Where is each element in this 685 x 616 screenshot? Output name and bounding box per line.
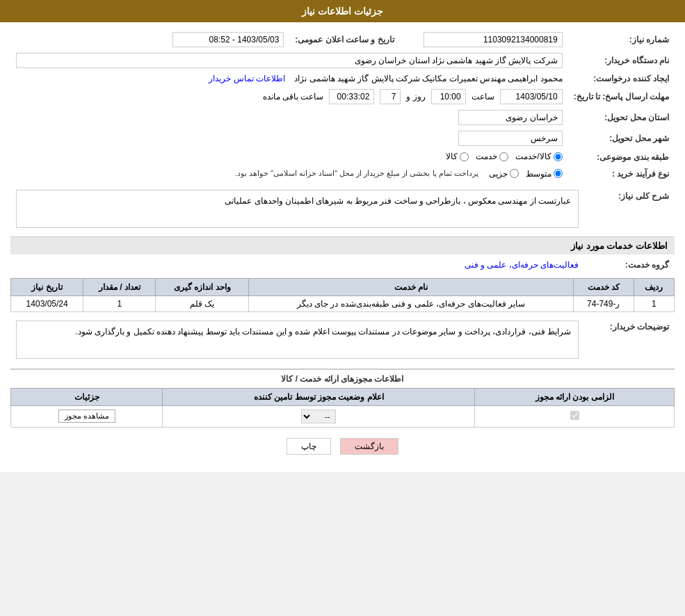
service-row-qty: 1 <box>83 295 156 311</box>
service-row-unit: یک قلم <box>156 295 248 311</box>
license-status-select[interactable]: -- <box>301 410 336 423</box>
category-radio-kala-khedmat[interactable] <box>554 152 563 161</box>
deadline-days-label: روز و <box>406 92 425 102</box>
license-section: اطلاعات مجوزهای ارائه خدمت / کالا الزامی… <box>10 368 675 428</box>
category-option-kala-khedmat: کالا/خدمت <box>515 152 562 161</box>
purchase-type-label: نوع فرآیند خرید : <box>568 166 675 181</box>
service-table-header-date: تاریخ نیاز <box>11 278 83 295</box>
need-desc-table: شرح کلی نیاز: عبارتست از مهندسی معکوس ، … <box>10 187 675 231</box>
category-option-kala: کالا <box>446 152 469 161</box>
page-title: جزئیات اطلاعات نیاز <box>0 0 685 22</box>
purchase-type-option-mutawasit: متوسط <box>526 169 563 179</box>
back-button[interactable]: بازگشت <box>340 438 398 455</box>
print-button[interactable]: چاپ <box>287 438 331 455</box>
service-row-name: سایر فعالیت‌های حرفه‌ای، علمی و فنی طبقه… <box>248 295 573 311</box>
contact-link[interactable]: اطلاعات تماس خریدار <box>209 74 285 83</box>
service-table-header-row: ردیف <box>634 278 674 295</box>
buyer-desc-value: شرایط فنی، قراردادی، پرداخت و سایر موضوع… <box>16 321 579 359</box>
license-section-title: اطلاعات مجوزهای ارائه خدمت / کالا <box>10 374 675 384</box>
service-row-date: 1403/05/24 <box>11 295 83 311</box>
announce-value: 1403/05/03 - 08:52 <box>172 32 284 47</box>
purchase-type-radio-group: متوسط جزیی <box>489 169 563 179</box>
service-table: ردیف کد خدمت نام خدمت واحد اندازه گیری ت… <box>10 278 675 312</box>
deadline-date: 1403/05/10 <box>500 89 563 104</box>
purchase-type-notice: پرداخت تمام یا بخشی از مبلغ خریدار از مح… <box>235 169 478 178</box>
buyer-org-label: نام دستگاه خریدار: <box>568 50 675 71</box>
province-label: استان محل تحویل: <box>568 107 675 128</box>
license-table: الزامی بودن ارائه مجوز اعلام وضعیت مجوز … <box>10 388 675 428</box>
buyer-desc-label: توضیحات خریدار: <box>584 318 675 362</box>
service-group-value[interactable]: فعالیت‌های حرفه‌ای، علمی و فنی <box>465 260 579 270</box>
deadline-remaining-label: ساعت باقی مانده <box>263 92 324 102</box>
deadline-remaining: 00:33:02 <box>329 89 374 104</box>
purchase-type-option-jozi: جزیی <box>489 169 519 179</box>
deadline-time-label: ساعت <box>472 92 494 102</box>
category-option-khedmat: خدمت <box>476 152 508 161</box>
service-table-header-name: نام خدمت <box>248 278 573 295</box>
service-group-table: گروه خدمت: فعالیت‌های حرفه‌ای، علمی و فن… <box>10 257 675 273</box>
license-required-checkbox <box>570 411 579 420</box>
province-value: خراسان رضوی <box>458 110 563 125</box>
deadline-days: 7 <box>380 89 401 104</box>
license-status-cell: -- <box>163 405 475 427</box>
category-label-kala: کالا <box>446 152 458 161</box>
license-header-details: جزئیات <box>11 388 163 405</box>
view-license-button[interactable]: مشاهده مجوز <box>58 410 115 423</box>
category-label-kala-khedmat: کالا/خدمت <box>515 152 551 161</box>
announce-label: تاریخ و ساعت اعلان عمومی: <box>289 29 414 50</box>
content-area: شماره نیاز: 1103092134000819 تاریخ و ساع… <box>0 22 685 472</box>
footer-buttons: بازگشت چاپ <box>10 428 675 465</box>
need-desc-value: عبارتست از مهندسی معکوس ، بازطراحی و ساخ… <box>16 190 579 228</box>
license-required-cell <box>475 405 675 427</box>
buyer-desc-table: توضیحات خریدار: شرایط فنی، قراردادی، پرد… <box>10 318 675 362</box>
purchase-type-radio-jozi[interactable] <box>510 169 519 178</box>
service-row-code: ر-749-74 <box>573 295 634 311</box>
service-table-header-qty: تعداد / مقدار <box>83 278 156 295</box>
purchase-type-label-mutawasit: متوسط <box>526 169 551 179</box>
service-group-label: گروه خدمت: <box>584 257 675 273</box>
category-radio-group: کالا/خدمت خدمت کالا <box>446 152 562 161</box>
license-header-required: الزامی بودن ارائه مجوز <box>475 388 675 405</box>
category-label-khedmat: خدمت <box>476 152 497 161</box>
need-desc-label: شرح کلی نیاز: <box>584 187 675 231</box>
service-info-section-header: اطلاعات خدمات مورد نیاز <box>10 236 675 254</box>
deadline-label: مهلت ارسال پاسخ: تا تاریخ: <box>568 86 675 107</box>
purchase-type-label-jozi: جزیی <box>489 169 508 179</box>
service-table-header-unit: واحد اندازه گیری <box>156 278 248 295</box>
license-header-status: اعلام وضعیت مجوز توسط تامین کننده <box>163 388 475 405</box>
buyer-org-value: شرکت پالایش گاز شهید هاشمی نژاد استان خر… <box>16 53 563 68</box>
category-label: طبقه بندی موضوعی: <box>568 149 675 166</box>
city-value: سرخس <box>458 131 563 146</box>
creator-value: محمود ابراهیمی مهندس تعمیرات مکانیک شرکت… <box>294 74 562 83</box>
page-wrapper: جزئیات اطلاعات نیاز شماره نیاز: 11030921… <box>0 0 685 472</box>
category-radio-kala[interactable] <box>460 152 469 161</box>
service-table-header-code: کد خدمت <box>573 278 634 295</box>
purchase-type-radio-mutawasit[interactable] <box>554 169 563 178</box>
header-info-table: شماره نیاز: 1103092134000819 تاریخ و ساع… <box>10 29 675 181</box>
need-number-value: 1103092134000819 <box>424 32 563 47</box>
need-number-label: شماره نیاز: <box>568 29 675 50</box>
table-row: -- مشاهده مجوز <box>11 405 675 427</box>
service-row-num: 1 <box>634 295 674 311</box>
license-details-cell: مشاهده مجوز <box>11 405 163 427</box>
creator-label: ایجاد کننده درخواست: <box>568 71 675 86</box>
city-label: شهر محل تحویل: <box>568 128 675 149</box>
table-row: 1 ر-749-74 سایر فعالیت‌های حرفه‌ای، علمی… <box>11 295 675 311</box>
deadline-time: 10:00 <box>431 89 466 104</box>
category-radio-khedmat[interactable] <box>499 152 508 161</box>
